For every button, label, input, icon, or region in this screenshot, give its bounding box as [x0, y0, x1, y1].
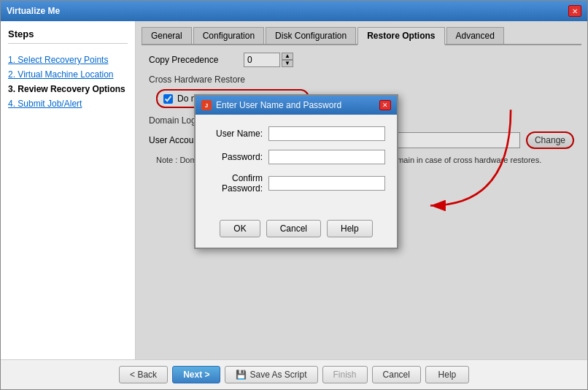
- title-bar-controls: ✕: [568, 5, 581, 17]
- back-button[interactable]: < Back: [119, 366, 168, 383]
- step-2-link[interactable]: 2. Virtual Machine Location: [8, 69, 114, 80]
- main-window: Virtualize Me ✕ Steps 1. Select Recovery…: [0, 0, 588, 390]
- dialog-help-button[interactable]: Help: [327, 220, 373, 237]
- dialog-cancel-button[interactable]: Cancel: [266, 220, 321, 237]
- dialog-title-text: J Enter User Name and Password: [201, 100, 341, 110]
- dialog-content: User Name: Password: Confirm Password:: [196, 115, 397, 214]
- save-as-script-button[interactable]: 💾 Save As Script: [225, 366, 317, 383]
- username-input[interactable]: [268, 126, 385, 141]
- username-label: User Name:: [207, 129, 268, 139]
- password-row: Password:: [207, 150, 385, 164]
- java-icon: J: [201, 100, 212, 110]
- dialog-close-button[interactable]: ✕: [379, 100, 391, 110]
- confirm-password-row: Confirm Password:: [207, 173, 385, 194]
- close-button[interactable]: ✕: [568, 5, 581, 17]
- bottom-bar: < Back Next > 💾 Save As Script Finish Ca…: [1, 359, 587, 389]
- dialog-title-label: Enter User Name and Password: [216, 100, 341, 110]
- sidebar: Steps 1. Select Recovery Points 2. Virtu…: [1, 21, 136, 359]
- next-button[interactable]: Next >: [172, 366, 220, 383]
- dialog-buttons: OK Cancel Help: [196, 214, 397, 248]
- help-button[interactable]: Help: [425, 366, 469, 383]
- sidebar-step-4[interactable]: 4. Submit Job/Alert: [8, 96, 128, 111]
- sidebar-steps: 1. Select Recovery Points 2. Virtual Mac…: [8, 53, 128, 111]
- password-label: Password:: [207, 152, 268, 162]
- title-bar: Virtualize Me ✕: [1, 1, 587, 21]
- step-1-link[interactable]: 1. Select Recovery Points: [8, 55, 108, 65]
- save-as-script-label: Save As Script: [249, 370, 306, 380]
- cancel-button[interactable]: Cancel: [372, 366, 421, 383]
- dialog-ok-button[interactable]: OK: [220, 220, 260, 237]
- floppy-icon: 💾: [236, 370, 247, 380]
- sidebar-step-1[interactable]: 1. Select Recovery Points: [8, 53, 128, 67]
- enter-credentials-dialog: J Enter User Name and Password ✕ User Na…: [194, 94, 398, 249]
- main-panel: General Configuration Disk Configuration…: [136, 21, 587, 359]
- confirm-password-label: Confirm Password:: [207, 173, 268, 194]
- dialog-title-bar: J Enter User Name and Password ✕: [196, 96, 397, 115]
- dialog-overlay: J Enter User Name and Password ✕ User Na…: [136, 21, 587, 359]
- confirm-password-input[interactable]: [268, 176, 385, 191]
- username-row: User Name:: [207, 126, 385, 141]
- sidebar-title: Steps: [8, 28, 128, 44]
- step-4-link[interactable]: 4. Submit Job/Alert: [8, 99, 82, 109]
- step-3-label: 3. Review Recovery Options: [8, 84, 125, 94]
- finish-button[interactable]: Finish: [322, 366, 368, 383]
- content-area: Steps 1. Select Recovery Points 2. Virtu…: [1, 21, 587, 359]
- sidebar-step-3: 3. Review Recovery Options: [8, 82, 128, 96]
- password-input[interactable]: [268, 150, 385, 164]
- window-title: Virtualize Me: [7, 6, 60, 16]
- sidebar-step-2[interactable]: 2. Virtual Machine Location: [8, 67, 128, 82]
